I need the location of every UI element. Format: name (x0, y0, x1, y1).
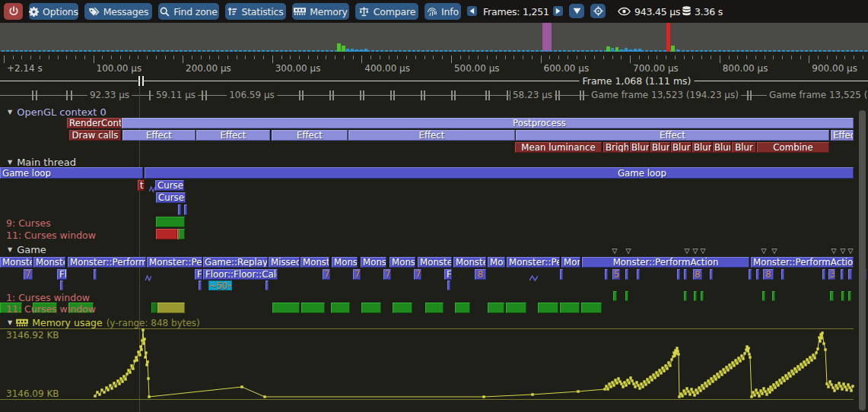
zone-bar[interactable]: Monster::PerformAction (0, 257, 33, 268)
zone-bar[interactable] (560, 303, 580, 313)
zone-bar[interactable] (301, 303, 325, 313)
zone-bar[interactable]: turn (138, 180, 145, 191)
zone-bar[interactable] (199, 280, 202, 290)
zone-bar[interactable]: 7 (383, 269, 391, 280)
zone-bar[interactable] (822, 269, 825, 280)
zone-bar[interactable]: Monster::PerformAction (507, 257, 560, 268)
zone-bar[interactable]: Floor (57, 269, 67, 280)
zone-bar[interactable] (455, 303, 470, 313)
zone-bar[interactable] (613, 291, 617, 301)
zone-bar[interactable] (488, 303, 504, 313)
zone-bar[interactable]: ~50~ (208, 280, 232, 290)
message-marker-icon[interactable]: ▽ (848, 248, 854, 254)
collapse-triangle-icon[interactable]: ▼ (8, 159, 12, 166)
folded-zones-marker[interactable] (149, 182, 155, 189)
zone-bar[interactable]: Effect (516, 130, 829, 141)
message-marker-icon[interactable]: ▽ (685, 248, 690, 254)
zone-bar[interactable]: 7 (24, 269, 33, 280)
zone-bar[interactable]: Monster::PerformAction (453, 257, 486, 268)
zone-bar[interactable]: Monster::PerformAction (582, 257, 749, 268)
message-marker-icon[interactable]: ▽ (831, 248, 837, 254)
zone-bar[interactable] (361, 303, 381, 313)
zone-bar[interactable]: Game::Replay (203, 257, 268, 268)
zone-bar[interactable] (848, 269, 852, 280)
zone-bar[interactable]: Monster::PerformAction (418, 257, 452, 268)
zone-bar[interactable]: Floor (195, 269, 202, 280)
zone-bar[interactable]: Game loop (145, 167, 854, 179)
zone-bar[interactable] (841, 269, 844, 280)
section-header-game[interactable]: ▼Game (8, 244, 46, 255)
zone-bar[interactable] (393, 303, 412, 313)
zone-bar[interactable]: Curses (155, 180, 184, 191)
zone-bar[interactable] (94, 269, 97, 280)
zone-bar[interactable]: Monster::PerformAction (751, 257, 854, 268)
zone-bar[interactable]: Game loop (0, 167, 143, 179)
message-marker-icon[interactable]: ▽ (841, 248, 846, 254)
zone-bar[interactable]: Effect (831, 130, 854, 141)
zone-bar[interactable] (157, 303, 185, 313)
zone-bar[interactable]: 5 (612, 269, 620, 280)
zone-bar[interactable] (710, 269, 713, 280)
zone-bar[interactable] (841, 291, 844, 301)
collapse-triangle-icon[interactable]: ▼ (8, 109, 12, 116)
zone-bar[interactable]: Combine (757, 142, 829, 153)
message-marker-icon[interactable]: ▽ (761, 248, 767, 254)
zone-bar[interactable]: Floor (444, 269, 452, 280)
zone-bar[interactable]: Blur (630, 142, 650, 153)
zone-bar[interactable] (265, 280, 269, 290)
zone-bar[interactable]: Brightness (603, 142, 629, 153)
zone-bar[interactable] (60, 280, 63, 290)
zone-bar[interactable] (756, 269, 759, 280)
collapse-triangle-icon[interactable]: ▼ (8, 319, 12, 326)
zone-bar[interactable] (701, 291, 704, 301)
zone-bar[interactable]: Postprocess (122, 118, 854, 128)
zone-bar[interactable]: Blur (732, 142, 756, 153)
message-marker-icon[interactable]: ▽ (772, 248, 777, 254)
zone-bar[interactable]: 3 (828, 269, 835, 280)
zone-bar[interactable] (272, 303, 300, 313)
message-marker-icon[interactable]: ▽ (626, 248, 631, 254)
section-header-main-thread[interactable]: ▼Main thread (8, 157, 76, 168)
zone-bar[interactable]: Mean luminance (515, 142, 602, 153)
zone-bar[interactable] (179, 229, 185, 239)
section-header-opengl-context-0[interactable]: ▼OpenGL context 0 (8, 106, 107, 118)
zone-bar[interactable] (156, 217, 185, 227)
zone-bar[interactable] (625, 269, 628, 280)
zone-bar[interactable] (848, 291, 851, 301)
zone-bar[interactable] (772, 291, 775, 301)
zone-bar[interactable]: Monster::PerformAction (361, 257, 386, 268)
zone-bar[interactable] (581, 303, 602, 313)
zone-bar[interactable]: Draw calls (69, 130, 121, 141)
zone-bar[interactable]: 8 (763, 269, 774, 280)
zone-bar[interactable] (830, 291, 834, 301)
zone-bar[interactable]: 7 (323, 269, 330, 280)
section-header-memory-usage[interactable]: ▼Memory usage(y-range: 848 bytes) (8, 317, 200, 328)
zone-bar[interactable]: Missed (269, 257, 300, 268)
zone-bar[interactable] (625, 291, 628, 301)
zone-bar[interactable] (762, 291, 765, 301)
zone-bar[interactable] (506, 303, 526, 313)
zone-bar[interactable]: Blur (692, 142, 712, 153)
zone-bar[interactable] (560, 269, 563, 280)
zone-bar[interactable]: 8 (693, 269, 702, 280)
zone-bar[interactable] (781, 269, 784, 280)
zone-bar[interactable]: Monster::PerformAction (33, 257, 65, 268)
zone-bar[interactable]: Monster::PerformAction (561, 257, 580, 268)
zone-bar[interactable] (749, 269, 752, 280)
zone-bar[interactable] (605, 269, 608, 280)
zone-bar[interactable]: Monster::PerformAction (68, 257, 146, 268)
zone-bar[interactable] (694, 291, 697, 301)
zone-bar[interactable]: 8 (475, 269, 486, 280)
zone-bar[interactable] (684, 291, 687, 301)
zone-bar[interactable]: Effect (272, 130, 348, 141)
zone-bar[interactable]: 7 (353, 269, 361, 280)
zone-bar[interactable] (178, 204, 181, 215)
zone-bar[interactable]: Monster::PerformAction (389, 257, 415, 268)
zone-bar[interactable]: Floor::Floor::CalcFov (203, 269, 278, 280)
zone-bar[interactable] (677, 269, 680, 280)
zone-bar[interactable]: 7 (414, 269, 421, 280)
zone-bar[interactable]: RenderContext (67, 118, 122, 128)
zone-bar[interactable]: Monster::PerformAction (488, 257, 505, 268)
zone-bar[interactable]: Monster::PerformAction (147, 257, 202, 268)
zone-bar[interactable] (425, 303, 444, 313)
